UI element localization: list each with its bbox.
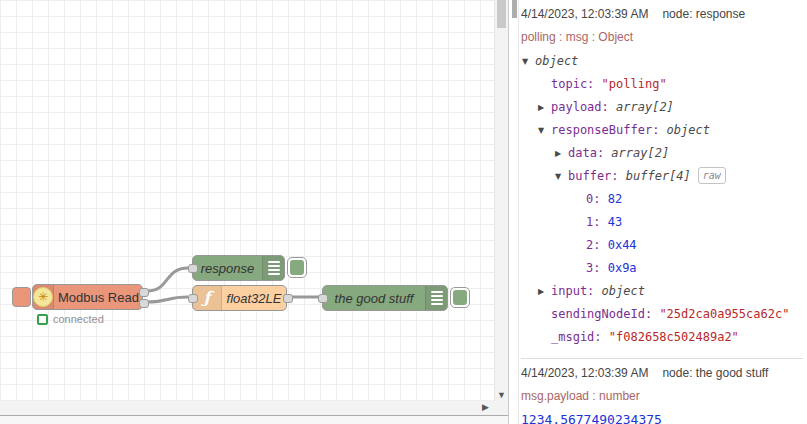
float32le-output-port[interactable] xyxy=(283,294,293,303)
debug-message-header: 4/14/2023, 12:03:39 AMnode: response xyxy=(521,7,803,21)
debug-key: 0: xyxy=(586,192,608,206)
collapse-arrow-icon[interactable]: ▼ xyxy=(538,119,551,142)
debug-node-name: node: response xyxy=(662,7,745,21)
debug-list-icon xyxy=(262,256,284,280)
scroll-down-arrow-icon[interactable]: ▼ xyxy=(495,390,508,400)
debug-key: sendingNodeId: xyxy=(551,307,659,321)
debug-type: array[2] xyxy=(611,146,669,160)
debug-key: data: xyxy=(568,146,611,160)
canvas-vertical-scrollbar[interactable]: ▼ xyxy=(494,0,508,401)
debug-tree-row: 0: 82 xyxy=(521,188,803,211)
good-stuff-input-port[interactable] xyxy=(318,294,328,303)
debug-payload-value: 1234.5677490234375 xyxy=(521,412,803,424)
debug-type: buffer[4] xyxy=(626,169,691,183)
node-debug-good-stuff[interactable]: the good stuff xyxy=(322,285,448,311)
debug-message-meta: msg.payload : number xyxy=(521,389,803,403)
debug-string: "f082658c502489a2" xyxy=(609,330,739,344)
debug-tree-row: ▶payload: array[2] xyxy=(521,96,803,119)
vertical-scrollbar-thumb[interactable] xyxy=(497,0,506,28)
expand-arrow-icon[interactable]: ▶ xyxy=(538,96,551,119)
modbus-icon-region: ✳ xyxy=(33,285,54,309)
debug-message-list: 4/14/2023, 12:03:39 AMnode: responsepoll… xyxy=(521,0,803,424)
status-connected-icon xyxy=(37,314,48,325)
debug-node-name: node: the good stuff xyxy=(662,366,768,380)
scroll-right-arrow-icon[interactable]: ▶ xyxy=(482,402,489,412)
debug-message: 4/14/2023, 12:03:39 AMnode: the good stu… xyxy=(521,358,803,424)
raw-toggle-button[interactable]: raw xyxy=(698,167,726,184)
canvas-horizontal-scrollbar[interactable]: ▶ xyxy=(0,401,494,415)
debug-tree-row: topic: "polling" xyxy=(521,73,803,96)
modbus-trigger-button[interactable] xyxy=(12,287,31,307)
scrollbar-corner xyxy=(494,401,508,415)
debug-tree-row: ▼responseBuffer: object xyxy=(521,119,803,142)
wire-modbus-to-response[interactable] xyxy=(147,268,188,291)
debug-key: 1: xyxy=(586,215,608,229)
node-label: float32LE xyxy=(222,286,286,310)
debug-sidebar: 4/14/2023, 12:03:39 AMnode: responsepoll… xyxy=(508,0,807,424)
debug-key: input: xyxy=(551,284,602,298)
modbus-output-port-2[interactable] xyxy=(139,299,149,308)
debug-key: topic: xyxy=(551,77,602,91)
response-input-port[interactable] xyxy=(188,264,198,273)
modbus-gear-icon: ✳ xyxy=(33,287,53,307)
debug-key: 2: xyxy=(586,238,608,252)
debug-tree-row: 1: 43 xyxy=(521,211,803,234)
debug-tree-row: ▼buffer: buffer[4]raw xyxy=(521,165,803,188)
flow-canvas[interactable]: ✳ Modbus Read connected response ƒ float… xyxy=(0,0,494,401)
wire-modbus-to-float32le[interactable] xyxy=(147,297,188,302)
debug-key: payload: xyxy=(551,100,616,114)
node-function-float32le[interactable]: ƒ float32LE xyxy=(192,285,287,311)
debug-tree-row: _msgid: "f082658c502489a2" xyxy=(521,326,803,349)
debug-type: object xyxy=(602,284,645,298)
node-label: the good stuff xyxy=(323,286,425,310)
debug-tree-row: ▼object xyxy=(521,50,803,73)
debug-type: object xyxy=(667,123,710,137)
debug-string: "25d2ca0a955ca62c" xyxy=(659,307,789,321)
modbus-output-port-1[interactable] xyxy=(139,288,149,297)
node-label: response xyxy=(193,256,262,280)
debug-type: array[2] xyxy=(616,100,674,114)
collapse-arrow-icon[interactable]: ▼ xyxy=(522,50,535,73)
collapse-arrow-icon[interactable]: ▼ xyxy=(555,165,568,188)
debug-number: 0x9a xyxy=(608,261,637,275)
debug-key: 3: xyxy=(586,261,608,275)
function-f-icon: ƒ xyxy=(204,290,211,306)
good-stuff-debug-toggle-button[interactable] xyxy=(450,287,470,308)
sidebar-scrollbar-thumb[interactable] xyxy=(512,0,517,18)
debug-tree-row: 2: 0x44 xyxy=(521,234,803,257)
debug-type: object xyxy=(535,54,578,68)
sidebar-scrollbar[interactable] xyxy=(511,0,519,424)
debug-message-header: 4/14/2023, 12:03:39 AMnode: the good stu… xyxy=(521,366,803,380)
debug-string: "polling" xyxy=(602,77,667,91)
debug-number: 0x44 xyxy=(608,238,637,252)
debug-tree-row: sendingNodeId: "25d2ca0a955ca62c" xyxy=(521,303,803,326)
wires-layer xyxy=(0,0,494,401)
debug-tree-row: 3: 0x9a xyxy=(521,257,803,280)
status-text: connected xyxy=(53,313,104,325)
debug-timestamp: 4/14/2023, 12:03:39 AM xyxy=(521,7,648,21)
debug-key: _msgid: xyxy=(551,330,609,344)
debug-key: responseBuffer: xyxy=(551,123,667,137)
modbus-status: connected xyxy=(37,313,104,325)
debug-timestamp: 4/14/2023, 12:03:39 AM xyxy=(521,366,648,380)
expand-arrow-icon[interactable]: ▶ xyxy=(538,280,551,303)
debug-tree-row: ▶input: object xyxy=(521,280,803,303)
float32le-input-port[interactable] xyxy=(188,294,198,303)
node-modbus-read[interactable]: ✳ Modbus Read xyxy=(32,284,143,310)
node-debug-response[interactable]: response xyxy=(192,255,285,281)
expand-arrow-icon[interactable]: ▶ xyxy=(555,142,568,165)
debug-list-icon xyxy=(425,286,447,310)
node-red-window: ✳ Modbus Read connected response ƒ float… xyxy=(0,0,807,424)
debug-number: 82 xyxy=(608,192,622,206)
debug-message-meta: polling : msg : Object xyxy=(521,30,803,44)
node-label: Modbus Read xyxy=(54,285,143,309)
debug-json-tree: ▼objecttopic: "polling"▶payload: array[2… xyxy=(521,50,803,349)
debug-number: 43 xyxy=(608,215,622,229)
response-debug-toggle-button[interactable] xyxy=(287,257,307,278)
debug-message: 4/14/2023, 12:03:39 AMnode: responsepoll… xyxy=(521,0,803,358)
canvas-bottom-edge xyxy=(0,415,508,424)
debug-tree-row: ▶data: array[2] xyxy=(521,142,803,165)
debug-key: buffer: xyxy=(568,169,626,183)
